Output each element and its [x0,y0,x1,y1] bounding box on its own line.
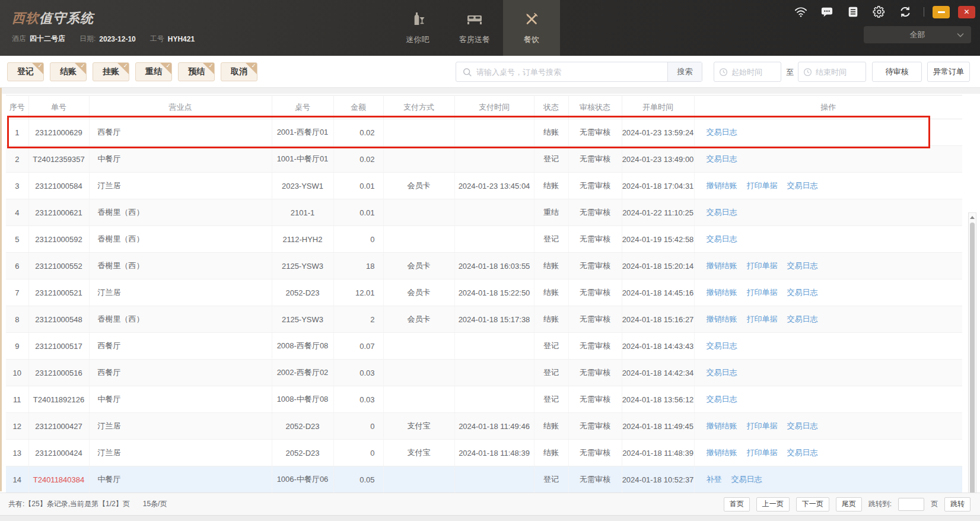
chevron-down-icon [957,33,964,37]
vertical-scrollbar[interactable] [968,212,976,521]
table-row[interactable]: 1223121000427汀兰居2052-D230支付宝2024-01-18 1… [6,413,962,440]
table-row[interactable]: 523121000592香榭里（西）2112-HYH20登记无需审核2024-0… [6,226,962,253]
transaction-log-link[interactable]: 交易日志 [707,234,737,243]
prev-page-button[interactable]: 上一页 [756,497,790,512]
next-page-button[interactable]: 下一页 [796,497,829,512]
cell-outlet: 中餐厅 [89,146,272,173]
table-row[interactable]: 1323121000424汀兰居2052-D230支付宝2024-01-18 1… [6,440,962,466]
cell-pay-method: 会员卡 [383,279,454,306]
scrollbar-thumb[interactable] [970,223,975,521]
transaction-log-link[interactable]: 交易日志 [787,421,818,430]
table-row[interactable]: 123121000629西餐厅2001-西餐厅010.02结账无需审核2024-… [6,119,962,146]
transaction-log-link[interactable]: 交易日志 [731,475,762,484]
cell-status: 登记 [534,226,568,253]
presettle-button[interactable]: 预结✓ [178,62,215,81]
nav-tab-dining[interactable]: 餐饮 [503,0,560,56]
transaction-log-link[interactable]: 交易日志 [787,181,818,190]
cell-open-time: 2024-01-18 15:20:14 [622,253,694,279]
cell-order-no: T24011840384 [28,466,89,493]
transaction-log-link[interactable]: 交易日志 [707,154,737,163]
transaction-log-link[interactable]: 交易日志 [707,208,737,217]
print-receipt-link[interactable]: 打印单据 [747,314,778,323]
undo-settlement-link[interactable]: 撤销结账 [707,448,737,457]
start-time-field[interactable] [714,62,781,82]
staff-value: HYH421 [168,35,195,43]
transaction-log-link[interactable]: 交易日志 [787,314,818,323]
pending-review-button[interactable]: 待审核 [872,62,922,82]
table-row[interactable]: 11T24011892126中餐厅1008-中餐厅080.03登记无需审核202… [6,386,962,413]
undo-settlement-link[interactable]: 撤销结账 [707,421,737,430]
filter-dropdown[interactable]: 全部 [864,26,971,43]
first-page-button[interactable]: 首页 [724,497,750,512]
table-row[interactable]: 1023121000516西餐厅2002-西餐厅020.03登记无需审核2024… [6,360,962,386]
table-row[interactable]: 14T24011840384中餐厅1006-中餐厅060.05登记无需审核202… [6,466,962,493]
minimize-button[interactable] [933,6,950,18]
table-row[interactable]: 723121000521汀兰居2052-D2312.01会员卡2024-01-1… [6,279,962,306]
undo-settlement-link[interactable]: 撤销结账 [707,181,737,190]
table-row[interactable]: 2T24012359357中餐厅1001-中餐厅010.02登记无需审核2024… [6,146,962,173]
print-receipt-link[interactable]: 打印单据 [747,288,778,297]
table-row[interactable]: 823121000548香榭里（西）2125-YSW32会员卡2024-01-1… [6,306,962,333]
table-row[interactable]: 323121000584汀兰居2023-YSW10.01会员卡2024-01-2… [6,173,962,199]
document-icon[interactable] [847,5,860,18]
register-button[interactable]: 登记✓ [7,62,44,81]
jump-page-input[interactable] [898,498,924,511]
credit-button[interactable]: 挂账✓ [93,62,129,81]
cell-review-status: 无需审核 [568,386,622,413]
settings-icon[interactable] [873,5,886,18]
transaction-log-link[interactable]: 交易日志 [707,341,737,350]
search-input[interactable] [456,62,667,81]
end-time-field[interactable] [798,62,866,82]
nav-tab-room-service[interactable]: 客房送餐 [446,0,503,56]
cell-table-no: 2001-西餐厅01 [272,119,333,146]
table-row[interactable]: 623121000552香榭里（西）2125-YSW318会员卡2024-01-… [6,253,962,279]
undo-settlement-link[interactable]: 撤销结账 [707,314,737,323]
cell-table-no: 1001-中餐厅01 [272,146,333,173]
cell-seq: 14 [6,466,28,493]
cell-order-no: 23121000424 [28,440,89,466]
cancel-button[interactable]: 取消✓ [221,62,257,81]
re-register-link[interactable]: 补登 [707,475,722,484]
cell-actions: 撤销结账打印单据交易日志 [694,279,962,306]
cell-amount: 12.01 [333,279,383,306]
refresh-icon[interactable] [899,5,912,18]
scroll-up-arrow[interactable] [969,213,976,221]
nav-tab-minibar[interactable]: 迷你吧 [389,0,446,56]
search-button[interactable]: 搜索 [667,62,702,81]
undo-settlement-link[interactable]: 撤销结账 [707,288,737,297]
cell-table-no: 2101-1 [272,199,333,226]
cell-pay-method [383,146,454,173]
search-group: 搜索 [456,62,702,82]
top-right-controls: ✕ [781,5,975,18]
resettle-button[interactable]: 重结✓ [135,62,172,81]
settle-button[interactable]: 结账✓ [50,62,87,81]
column-header: 支付方式 [383,96,454,119]
start-time-input[interactable] [731,68,777,77]
print-receipt-link[interactable]: 打印单据 [747,421,778,430]
message-icon[interactable] [820,5,833,18]
abnormal-orders-button[interactable]: 异常订单 [927,62,970,82]
last-page-button[interactable]: 尾页 [836,497,862,512]
module-nav: 迷你吧 客房送餐 [389,0,560,56]
print-receipt-link[interactable]: 打印单据 [747,181,778,190]
transaction-log-link[interactable]: 交易日志 [707,395,737,404]
print-receipt-link[interactable]: 打印单据 [747,448,778,457]
table-row[interactable]: 423121000621香榭里（西）2101-10.01重结无需审核2024-0… [6,199,962,226]
transaction-log-link[interactable]: 交易日志 [787,288,818,297]
transaction-log-link[interactable]: 交易日志 [707,368,737,377]
cell-table-no: 2125-YSW3 [272,253,333,279]
cell-amount: 0.01 [333,173,383,199]
cell-open-time: 2024-01-19 15:42:58 [622,226,694,253]
jump-button[interactable]: 跳转 [944,497,971,512]
cell-table-no: 2125-YSW3 [272,306,333,333]
transaction-log-link[interactable]: 交易日志 [707,128,737,136]
transaction-log-link[interactable]: 交易日志 [787,448,818,457]
end-time-input[interactable] [816,68,861,77]
transaction-log-link[interactable]: 交易日志 [787,261,818,270]
undo-settlement-link[interactable]: 撤销结账 [707,261,737,270]
print-receipt-link[interactable]: 打印单据 [747,261,778,270]
close-button[interactable]: ✕ [958,6,975,18]
table-row[interactable]: 923121000517西餐厅2008-西餐厅080.07登记无需审核2024-… [6,333,962,360]
wifi-icon[interactable] [794,5,807,18]
date-value: 2023-12-10 [99,35,135,43]
